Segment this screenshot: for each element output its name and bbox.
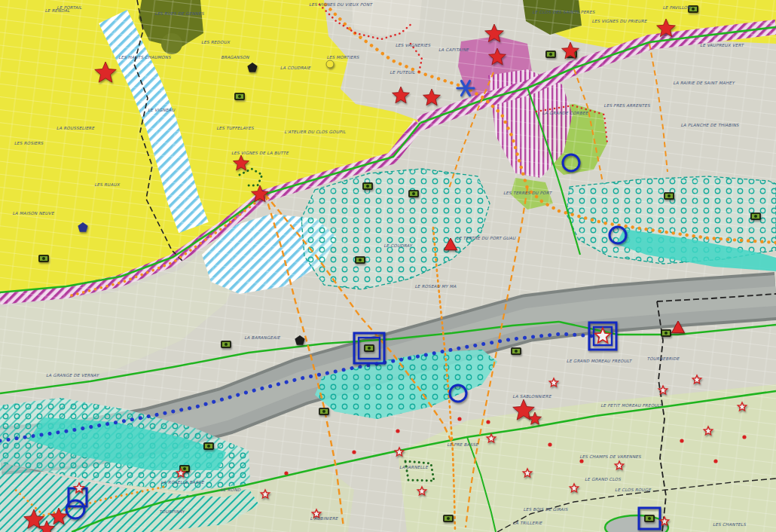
red-dot-marker[interactable] [579,459,583,463]
place-label: LE GRAND CLOS [585,477,621,482]
place-label: LE CLOS DES SAINTS PERES [533,10,595,14]
green-camera-icon[interactable] [365,345,374,352]
map-viewport[interactable]: LE RENDALLE PORTAILLES RUES DE GENNESLES… [0,0,776,532]
place-label: LES HAUTS CHAUMONS [118,55,171,60]
red-dot-marker[interactable] [548,442,551,446]
place-label: LA ROSELLE BASSE [160,480,205,485]
blue-square-marker[interactable] [354,333,384,363]
green-camera-icon[interactable] [319,408,329,415]
place-label: LES TUFFELAYES [216,126,254,130]
place-label: LA GRANDE CORBEE [542,111,589,115]
green-camera-icon[interactable] [661,330,671,337]
place-label: LE PORTAIL [57,5,82,10]
red-dot-marker[interactable] [284,471,288,475]
place-label: LES VIGNES DU PRIEURE [591,19,647,23]
green-camera-icon[interactable] [204,443,214,450]
place-label: LA MAISON NEUVE [12,211,55,216]
place-label: TOURNEBRIDE [647,356,680,361]
green-camera-icon[interactable] [664,193,674,200]
red-dot-marker[interactable] [396,429,399,433]
place-label: LA CAPITAINE [438,47,469,52]
place-label: LA SABLONNIERE [512,394,552,399]
green-camera-icon[interactable] [546,51,556,58]
place-label: LA JARNELLE [399,465,429,470]
place-label: LE PUTEUIL [390,70,415,75]
place-label: LA COUDRAIE [280,66,312,70]
green-camera-icon[interactable] [444,515,454,522]
red-dot-marker[interactable] [742,435,746,439]
green-camera-icon[interactable] [645,515,655,522]
place-label: LES VAGNERIES [396,43,431,47]
place-label: LE ROND [221,488,241,492]
place-label: BRAGANSON [221,55,249,60]
place-label: LES RUAUX [94,182,120,187]
place-label: LE PETIT MOREAU FREOULT [600,403,663,408]
place-label: LE ROSEAU MY MA [414,284,456,289]
place-label: TOURPINAY [159,509,185,514]
place-label: LES RUES DE GENNES [154,11,204,16]
place-label: LES MORTIERS [326,55,359,60]
place-label: LA BARANGEAIE [244,335,281,340]
place-label: LES PRES ARRENTES [603,103,650,108]
place-label: LE VIGNEAU [148,108,176,112]
green-camera-icon[interactable] [751,213,761,220]
place-label: L'AUBINIERE [310,516,338,521]
green-camera-icon[interactable] [235,93,245,100]
place-label: LES VIGNES DE LA BUTTE [231,151,289,155]
yellow-dot-marker[interactable] [326,60,334,68]
place-label: LES ROSIERS [14,141,44,145]
red-dot-marker[interactable] [680,439,683,442]
red-dot-marker[interactable] [457,417,461,420]
green-camera-icon[interactable] [39,255,49,262]
green-camera-icon[interactable] [356,257,365,264]
place-label: L'ATELIER DU CLOS GOUPIL [284,130,346,134]
place-label: LE TERTRE DU PORT GUAU [457,236,517,240]
place-label: LA GRANGE DE VERNAY [46,373,100,378]
place-label: LE PAVILLON [662,5,691,10]
green-camera-icon[interactable] [221,341,231,348]
place-label: LE VAUPREUX VERT [700,43,744,47]
place-label: LA TRILLERIE [512,521,542,525]
place-label: LA ROUSSELIERE [57,126,96,130]
place-label: LE GRAND MOREAU FREOULT [567,359,633,363]
place-label: LES CHAMPS DE VARENNES [579,454,641,459]
red-dot-marker[interactable] [713,459,717,463]
place-label: LES TERRES DU PORT [503,191,552,195]
place-label: LES CHANTELS [713,522,746,527]
green-camera-icon[interactable] [363,183,373,190]
place-label: LA RAIRIE DE SAINT MAHEY [673,81,735,85]
place-label: LES REDOUX [201,40,231,44]
blue-square-marker[interactable] [589,323,616,350]
red-dot-marker[interactable] [352,450,356,454]
red-dot-marker[interactable] [486,420,490,423]
place-label: LES BOIS DE GIRAIS [524,507,568,512]
place-label: LES VIGNES DU VIEUX PONT [309,2,373,7]
place-label: LE PRE BASSE [447,442,479,447]
place-label: LE CLOS ROUGE [615,488,652,492]
green-camera-icon[interactable] [409,191,419,197]
green-camera-icon[interactable] [512,348,521,355]
place-label: LE COUDRAY [383,243,413,248]
place-label: LA PLANCHE DE THIABINS [680,123,738,127]
map-canvas[interactable]: LE RENDALLE PORTAILLES RUES DE GENNESLES… [0,0,776,532]
